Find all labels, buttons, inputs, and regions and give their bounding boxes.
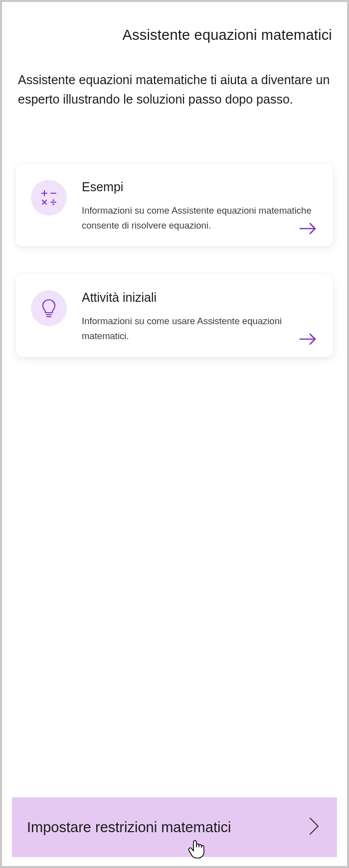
card-content: Esempi Informazioni su come Assistente e… (82, 180, 318, 234)
chevron-right-icon (308, 816, 320, 838)
set-math-restrictions-button[interactable]: Impostare restrizioni matematici (12, 797, 337, 857)
cursor-hand-icon (186, 838, 206, 862)
math-ops-icon (31, 180, 67, 216)
svg-point-6 (52, 203, 54, 205)
panel-description: Assistente equazioni matematiche ti aiut… (16, 70, 333, 109)
spacer (16, 385, 333, 797)
getting-started-card[interactable]: Attività iniziali Informazioni su come u… (16, 274, 333, 357)
examples-card[interactable]: Esempi Informazioni su come Assistente e… (16, 164, 333, 247)
arrow-right-icon (298, 222, 318, 238)
card-description: Informazioni su come usare Assistente eq… (82, 314, 318, 344)
svg-point-5 (52, 199, 54, 201)
arrow-right-icon (298, 332, 318, 348)
card-content: Attività iniziali Informazioni su come u… (82, 290, 318, 344)
card-title: Esempi (82, 180, 318, 194)
card-description: Informazioni su come Assistente equazion… (82, 203, 318, 234)
lightbulb-icon (31, 290, 67, 326)
math-assistant-panel: Assistente equazioni matematici Assisten… (0, 0, 349, 868)
card-title: Attività iniziali (82, 290, 318, 305)
footer-label: Impostare restrizioni matematici (27, 819, 231, 836)
panel-title: Assistente equazioni matematici (16, 27, 333, 43)
